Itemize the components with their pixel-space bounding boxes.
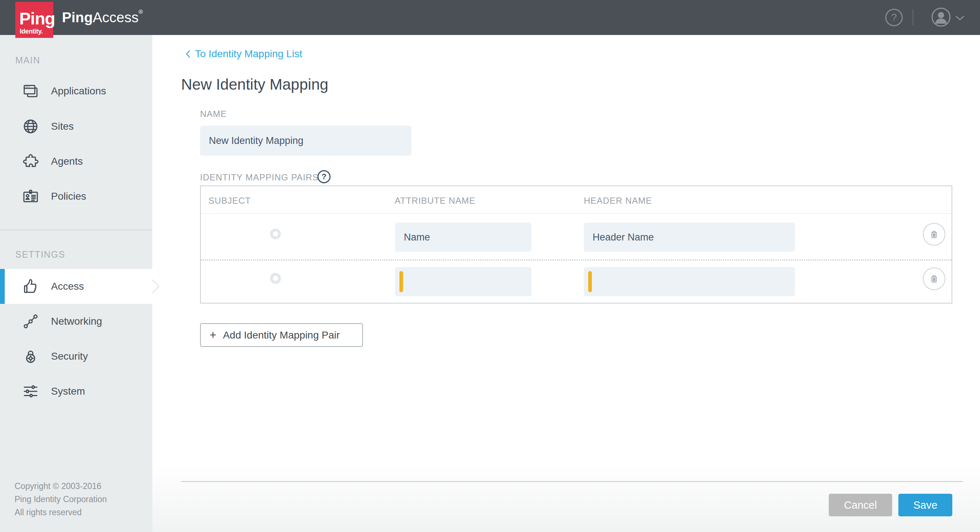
table-header-divider <box>201 213 951 214</box>
header-name-field <box>584 222 795 252</box>
logo-text-identity: Identity. <box>20 28 43 35</box>
help-icon[interactable]: ? <box>885 9 903 26</box>
sidebar-item-applications[interactable]: Applications <box>0 74 152 109</box>
sidebar-item-access[interactable]: Access <box>0 269 152 304</box>
header-name-field <box>584 267 795 296</box>
header-name-input[interactable] <box>584 222 795 252</box>
name-field <box>200 126 412 156</box>
topbar-divider <box>913 10 913 25</box>
network-nodes-icon <box>22 313 39 330</box>
row-separator <box>201 259 951 260</box>
name-input[interactable] <box>200 126 412 156</box>
plus-icon: + <box>210 328 216 342</box>
cancel-button[interactable]: Cancel <box>829 494 892 516</box>
sidebar-item-policies[interactable]: Policies <box>0 179 152 214</box>
sidebar-section-main: MAIN <box>15 55 40 65</box>
user-menu[interactable] <box>932 8 964 27</box>
attribute-name-input[interactable] <box>395 222 531 252</box>
copyright-line: Ping Identity Corporation <box>14 493 107 506</box>
help-glyph: ? <box>321 172 326 181</box>
subject-radio[interactable] <box>270 229 281 240</box>
identity-mapping-pairs-label: IDENTITY MAPPING PAIRS <box>200 172 318 183</box>
sidebar-item-sites[interactable]: Sites <box>0 109 152 144</box>
person-silhouette-icon <box>932 9 950 25</box>
sidebar-item-security[interactable]: Security <box>0 339 152 374</box>
lock-icon <box>22 348 39 365</box>
sidebar-item-label: System <box>51 386 85 397</box>
sidebar-item-label: Access <box>51 281 84 292</box>
copyright-line: Copyright © 2003-2016 <box>14 480 107 493</box>
sidebar-item-label: Agents <box>51 156 83 167</box>
globe-icon <box>22 118 39 135</box>
trademark-symbol: ® <box>138 9 143 15</box>
active-indicator-bar <box>0 269 5 304</box>
help-glyph: ? <box>891 12 897 23</box>
sidebar-item-label: Security <box>51 351 88 362</box>
thumbs-up-icon <box>22 278 39 295</box>
trash-icon <box>928 273 940 284</box>
main-content: To Identity Mapping List New Identity Ma… <box>152 35 980 532</box>
sidebar-item-networking[interactable]: Networking <box>0 304 152 339</box>
puzzle-icon <box>22 152 39 170</box>
sidebar: MAIN Applications Sites <box>0 35 152 532</box>
name-label: NAME <box>200 109 227 119</box>
subject-radio[interactable] <box>270 273 281 284</box>
pairs-help-icon[interactable]: ? <box>317 170 331 183</box>
back-link-label: To Identity Mapping List <box>195 48 302 60</box>
column-header-subject: SUBJECT <box>208 196 251 206</box>
top-bar: PingAccess® ? <box>0 0 980 35</box>
sidebar-item-label: Applications <box>51 85 106 97</box>
add-identity-mapping-pair-button[interactable]: + Add Identity Mapping Pair <box>200 323 363 347</box>
column-header-header-name: HEADER NAME <box>584 196 652 206</box>
back-chevron-icon <box>186 49 191 58</box>
trash-icon <box>928 229 940 240</box>
chevron-down-icon <box>956 16 964 21</box>
sidebar-item-label: Networking <box>51 316 102 327</box>
attribute-name-input[interactable] <box>395 267 531 296</box>
ping-identity-logo: Ping Identity. <box>15 2 53 38</box>
page-title: New Identity Mapping <box>181 76 328 93</box>
copyright-footer: Copyright © 2003-2016 Ping Identity Corp… <box>14 480 107 519</box>
add-button-label: Add Identity Mapping Pair <box>223 329 340 341</box>
header-name-input[interactable] <box>584 267 795 296</box>
product-name-light: Access <box>93 10 139 25</box>
sidebar-divider <box>0 230 152 230</box>
sliders-icon <box>22 383 39 400</box>
back-to-list-link[interactable]: To Identity Mapping List <box>186 48 302 60</box>
footer-divider <box>181 481 963 482</box>
applications-icon <box>22 83 39 100</box>
sidebar-item-label: Sites <box>51 121 74 132</box>
sidebar-section-settings: SETTINGS <box>15 249 65 260</box>
sidebar-item-agents[interactable]: Agents <box>0 144 152 179</box>
attribute-name-field <box>395 222 531 252</box>
product-name: PingAccess® <box>62 0 143 35</box>
id-card-icon <box>22 187 39 205</box>
column-header-attribute-name: ATTRIBUTE NAME <box>395 196 476 206</box>
user-avatar-icon <box>932 8 950 27</box>
save-button[interactable]: Save <box>898 494 952 516</box>
logo-text-ping: Ping <box>19 8 55 29</box>
sidebar-item-label: Policies <box>51 191 86 202</box>
delete-row-button[interactable] <box>923 223 945 246</box>
delete-row-button[interactable] <box>923 267 945 290</box>
attribute-name-field <box>395 267 531 296</box>
sidebar-item-system[interactable]: System <box>0 374 152 409</box>
product-name-bold: Ping <box>62 10 93 25</box>
identity-mapping-pairs-table: SUBJECT ATTRIBUTE NAME HEADER NAME <box>200 186 952 303</box>
copyright-line: All rights reserved <box>14 506 107 519</box>
